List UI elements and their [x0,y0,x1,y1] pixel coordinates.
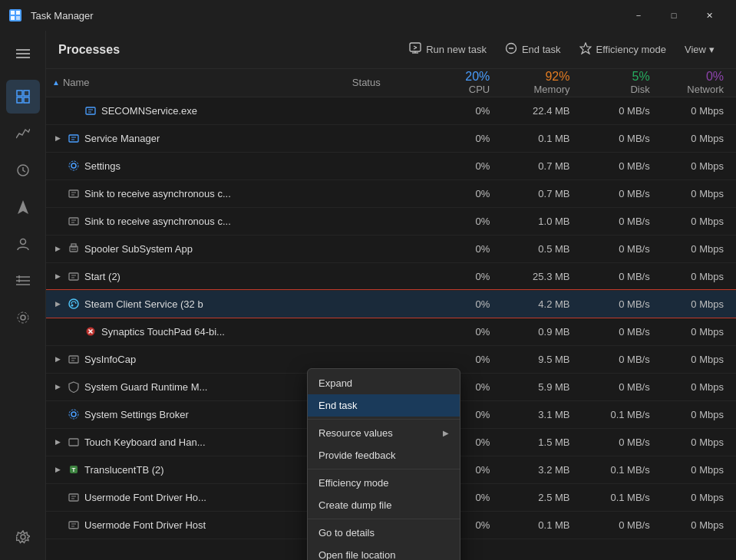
proc-disk: 0 MB/s [576,207,655,235]
svg-text:T: T [72,466,76,473]
proc-network: 0 Mbps [656,345,736,373]
svg-rect-46 [69,273,78,280]
proc-memory: 4.2 MB [496,290,576,318]
table-row[interactable]: ▶ Steam Client Service (32 b 0% 4.2 MB 0… [46,290,736,318]
expand-icon[interactable]: ▶ [52,298,63,309]
efficiency-mode-button[interactable]: Efficiency mode [570,36,676,64]
sidebar-item-details[interactable] [6,264,40,298]
view-button[interactable]: View ▾ [675,36,724,64]
proc-network: 0 Mbps [656,318,736,345]
table-container[interactable]: ▲ Name Status 20% CPU [46,69,736,560]
proc-name-cell: Sink to receive asynchronous c... [46,207,346,235]
titlebar: Task Manager − □ ✕ [0,0,736,31]
context-menu-item[interactable]: Open file location [308,544,460,560]
svg-rect-9 [17,97,22,103]
svg-rect-29 [86,107,95,114]
context-item-label: Go to details [318,527,375,539]
sidebar-item-history[interactable] [6,153,40,187]
table-row[interactable]: ▶ Start (2) 0% 25.3 MB 0 MB/s 0 Mbps [46,262,736,290]
proc-memory: 0.7 MB [496,152,576,180]
col-header-name[interactable]: ▲ Name [46,69,346,97]
sidebar-item-performance[interactable] [6,117,40,150]
proc-memory: 0.1 MB [496,511,576,539]
table-row[interactable]: SECOMNService.exe 0% 22.4 MB 0 MB/s 0 Mb… [46,97,736,124]
end-task-label: End task [522,44,561,55]
col-header-cpu[interactable]: 20% CPU [426,69,496,97]
proc-status [346,152,426,180]
submenu-arrow: ▶ [443,429,449,437]
context-menu-item[interactable]: End task [308,394,460,417]
context-item-label: Expand [318,377,352,389]
sidebar-item-startup[interactable] [6,190,40,224]
context-item-label: Create dump file [318,499,391,511]
proc-disk: 0 MB/s [576,345,655,373]
table-row[interactable]: Sink to receive asynchronous c... 0% 0.7… [46,180,736,207]
table-row[interactable]: Synaptics TouchPad 64-bi... 0% 0.9 MB 0 … [46,318,736,345]
proc-icon [68,242,80,255]
svg-rect-2 [11,16,15,20]
proc-label: Usermode Font Driver Ho... [84,492,206,503]
context-menu-item[interactable]: Go to details [308,522,460,544]
table-row[interactable]: ▶ Spooler SubSystem App 0% 0.5 MB 0 MB/s… [46,235,736,262]
svg-rect-8 [24,91,29,96]
expand-icon[interactable]: ▶ [52,354,63,364]
col-header-network[interactable]: 0% Network [656,69,736,97]
table-row[interactable]: Settings 0% 0.7 MB 0 MB/s 0 Mbps [46,152,736,180]
proc-name-cell: ▶ Start (2) [46,262,346,290]
proc-memory: 0.9 MB [496,318,576,345]
svg-rect-59 [69,439,78,446]
proc-status [346,207,426,235]
end-task-button[interactable]: End task [496,36,570,64]
proc-disk: 0 MB/s [576,290,655,318]
col-header-disk[interactable]: 5% Disk [576,69,655,97]
hamburger-menu[interactable] [6,37,40,71]
proc-icon [68,215,80,227]
col-header-memory[interactable]: 92% Memory [496,69,576,97]
maximize-button[interactable]: □ [656,0,691,31]
svg-line-26 [414,48,417,49]
proc-cpu: 0% [426,262,496,290]
proc-memory: 9.5 MB [496,345,576,373]
svg-point-49 [69,299,78,308]
proc-network: 0 Mbps [656,124,736,152]
sidebar-item-processes[interactable] [6,80,40,114]
proc-disk: 0 MB/s [576,152,655,180]
expand-icon[interactable]: ▶ [52,436,63,447]
table-row[interactable]: Sink to receive asynchronous c... 0% 1.0… [46,207,736,235]
svg-point-19 [21,315,25,320]
context-item-label: Resource values [318,427,393,439]
table-row[interactable]: ▶ Service Manager 0% 0.1 MB 0 MB/s 0 Mbp… [46,124,736,152]
context-menu-item[interactable]: Resource values▶ [308,422,460,444]
context-menu-item[interactable]: Provide feedback [308,444,460,466]
col-header-status[interactable]: Status [346,69,426,97]
expand-icon[interactable]: ▶ [52,464,63,475]
svg-rect-40 [69,218,78,225]
proc-name-cell: Sink to receive asynchronous c... [46,180,346,207]
expand-icon[interactable]: ▶ [52,381,63,392]
proc-status [346,318,426,345]
run-new-task-button[interactable]: Run new task [400,36,496,64]
expand-icon[interactable]: ▶ [52,133,63,143]
context-menu-item[interactable]: Expand [308,372,460,394]
proc-label: Sink to receive asynchronous c... [84,188,231,199]
minimize-button[interactable]: − [621,0,656,31]
sidebar-item-settings[interactable] [6,520,40,554]
context-menu-item[interactable]: Create dump file [308,494,460,516]
sidebar-item-services[interactable] [6,301,40,334]
proc-icon [68,491,80,503]
close-button[interactable]: ✕ [691,0,727,31]
proc-icon [68,160,80,172]
proc-name-cell: ▶ System Guard Runtime M... [46,373,346,400]
svg-rect-7 [17,91,22,96]
svg-marker-12 [18,200,28,214]
expand-icon[interactable]: ▶ [52,271,63,282]
expand-icon[interactable]: ▶ [52,243,63,254]
svg-rect-37 [69,190,78,197]
proc-status [346,290,426,318]
proc-network: 0 Mbps [656,290,736,318]
sidebar-item-users[interactable] [6,227,40,261]
context-menu-item[interactable]: Efficiency mode [308,472,460,494]
proc-disk: 0 MB/s [576,262,655,290]
proc-icon [68,270,80,282]
svg-rect-44 [71,244,76,247]
